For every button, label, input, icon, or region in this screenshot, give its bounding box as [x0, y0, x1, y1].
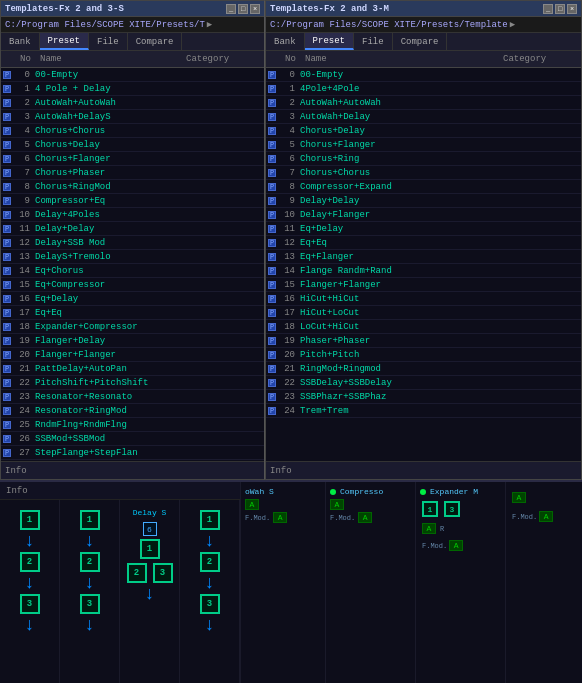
left-table-row[interactable]: P 26 SSBMod+SSBMod	[1, 432, 264, 446]
right-table-row[interactable]: P 15 Flanger+Flanger	[266, 278, 581, 292]
left-row-name-9: Compressor+Eq	[33, 196, 184, 206]
right-row-p-0: P	[268, 71, 276, 79]
left-minimize-btn[interactable]: _	[226, 4, 236, 14]
compresso-a-button[interactable]: A	[330, 499, 344, 510]
left-row-no-13: 13	[13, 252, 33, 262]
right-table-row[interactable]: P 2 AutoWah+AutoWah	[266, 96, 581, 110]
right-path-text: C:/Program Files/SCOPE XITE/Presets/Temp…	[270, 20, 508, 30]
expander-a-button[interactable]: A	[422, 523, 436, 534]
right-table-row[interactable]: P 10 Delay+Flanger	[266, 208, 581, 222]
right-table-row[interactable]: P 11 Eq+Delay	[266, 222, 581, 236]
left-table-row[interactable]: P 21 PattDelay+AutoPan	[1, 362, 264, 376]
left-table-row[interactable]: P 17 Eq+Eq	[1, 306, 264, 320]
right-row-name-21: RingMod+Ringmod	[298, 364, 501, 374]
right-tab-compare[interactable]: Compare	[393, 33, 448, 50]
right-tab-preset[interactable]: Preset	[305, 33, 354, 50]
left-table-row[interactable]: P 15 Eq+Compressor	[1, 278, 264, 292]
left-table-row[interactable]: P 10 Delay+4Poles	[1, 208, 264, 222]
left-table-row[interactable]: P 23 Resonator+Resonato	[1, 390, 264, 404]
right-table-row[interactable]: P 13 Eq+Flanger	[266, 250, 581, 264]
left-table-row[interactable]: P 3 AutoWah+DelayS	[1, 110, 264, 124]
left-close-btn[interactable]: ×	[250, 4, 260, 14]
compresso-a2-button[interactable]: A	[358, 512, 372, 523]
right-table-row[interactable]: P 5 Chorus+Flanger	[266, 138, 581, 152]
right-row-name-7: Chorus+Chorus	[298, 168, 501, 178]
right-table-row[interactable]: P 7 Chorus+Chorus	[266, 166, 581, 180]
right-row-no-17: 17	[278, 308, 298, 318]
spacer-module: A F.Mod. A	[505, 482, 582, 683]
right-close-btn[interactable]: ×	[567, 4, 577, 14]
left-table-row[interactable]: P 11 Delay+Delay	[1, 222, 264, 236]
right-row-p-22: P	[268, 379, 276, 387]
left-maximize-btn[interactable]: □	[238, 4, 248, 14]
right-table-row[interactable]: P 4 Chorus+Delay	[266, 124, 581, 138]
right-tab-bank[interactable]: Bank	[266, 33, 305, 50]
left-tab-bank[interactable]: Bank	[1, 33, 40, 50]
left-table-row[interactable]: P 0 00-Empty	[1, 68, 264, 82]
left-table-row[interactable]: P 20 Flanger+Flanger	[1, 348, 264, 362]
left-table-row[interactable]: P 24 Resonator+RingMod	[1, 404, 264, 418]
right-table-row[interactable]: P 8 Compressor+Expand	[266, 180, 581, 194]
owah-a-button[interactable]: A	[245, 499, 259, 510]
left-row-p-24: P	[3, 407, 11, 415]
right-table-row[interactable]: P 19 Phaser+Phaser	[266, 334, 581, 348]
right-table-row[interactable]: P 14 Flange Randm+Rand	[266, 264, 581, 278]
right-row-no-20: 20	[278, 350, 298, 360]
right-table-row[interactable]: P 0 00-Empty	[266, 68, 581, 82]
right-minimize-btn[interactable]: _	[543, 4, 553, 14]
right-row-no-13: 13	[278, 252, 298, 262]
strip1-signal: 1 ↓ 2 ↓ 3 ↓	[18, 508, 42, 634]
owah-a2-button[interactable]: A	[273, 512, 287, 523]
right-row-name-8: Compressor+Expand	[298, 182, 501, 192]
left-table-row[interactable]: P 5 Chorus+Delay	[1, 138, 264, 152]
left-table-row[interactable]: P 6 Chorus+Flanger	[1, 152, 264, 166]
left-table-row[interactable]: P 14 Eq+Chorus	[1, 264, 264, 278]
left-table-row[interactable]: P 4 Chorus+Chorus	[1, 124, 264, 138]
right-table-row[interactable]: P 9 Delay+Delay	[266, 194, 581, 208]
right-table-row[interactable]: P 23 SSBPhazr+SSBPhaz	[266, 390, 581, 404]
right-table-row[interactable]: P 1 4Pole+4Pole	[266, 82, 581, 96]
right-maximize-btn[interactable]: □	[555, 4, 565, 14]
channel-strip-4: 1 ↓ 2 ↓ 3 ↓	[180, 500, 240, 683]
strip2-box2: 2	[80, 552, 100, 572]
right-table-row[interactable]: P 18 LoCut+HiCut	[266, 320, 581, 334]
left-table-row[interactable]: P 19 Flanger+Delay	[1, 334, 264, 348]
left-table-row[interactable]: P 12 Delay+SSB Mod	[1, 236, 264, 250]
right-row-name-12: Eq+Eq	[298, 238, 501, 248]
right-table-row[interactable]: P 21 RingMod+Ringmod	[266, 362, 581, 376]
left-table-row[interactable]: P 27 StepFlange+StepFlan	[1, 446, 264, 460]
right-tab-file[interactable]: File	[354, 33, 393, 50]
left-table-row[interactable]: P 2 AutoWah+AutoWah	[1, 96, 264, 110]
right-table-row[interactable]: P 20 Pitch+Pitch	[266, 348, 581, 362]
left-row-no-0: 0	[13, 70, 33, 80]
right-table-row[interactable]: P 17 HiCut+LoCut	[266, 306, 581, 320]
right-table-row[interactable]: P 24 Trem+Trem	[266, 404, 581, 418]
left-table-row[interactable]: P 22 PitchShift+PitchShift	[1, 376, 264, 390]
expander-a2-button[interactable]: A	[449, 540, 463, 551]
right-table-row[interactable]: P 6 Chorus+Ring	[266, 152, 581, 166]
right-table-body[interactable]: P 0 00-Empty P 1 4Pole+4Pole P 2 AutoWah…	[266, 68, 581, 461]
left-table-row[interactable]: P 1 4 Pole + Delay	[1, 82, 264, 96]
left-row-no-7: 7	[13, 168, 33, 178]
left-tab-file[interactable]: File	[89, 33, 128, 50]
right-row-indicator-23: P	[266, 393, 278, 401]
left-table-row[interactable]: P 8 Chorus+RingMod	[1, 180, 264, 194]
left-table-row[interactable]: P 25 RndmFlng+RndmFlng	[1, 418, 264, 432]
left-table-row[interactable]: P 7 Chorus+Phaser	[1, 166, 264, 180]
left-row-p-12: P	[3, 239, 11, 247]
right-table-row[interactable]: P 22 SSBDelay+SSBDelay	[266, 376, 581, 390]
left-table-row[interactable]: P 18 Expander+Compressor	[1, 320, 264, 334]
right-row-indicator-4: P	[266, 127, 278, 135]
left-table-row[interactable]: P 13 DelayS+Tremolo	[1, 250, 264, 264]
left-row-no-12: 12	[13, 238, 33, 248]
spacer-a-button[interactable]: A	[512, 492, 526, 503]
left-table-body[interactable]: P 0 00-Empty P 1 4 Pole + Delay P 2 Auto…	[1, 68, 264, 461]
right-table-row[interactable]: P 12 Eq+Eq	[266, 236, 581, 250]
left-tab-preset[interactable]: Preset	[40, 33, 89, 50]
spacer-a2-button[interactable]: A	[539, 511, 553, 522]
left-table-row[interactable]: P 16 Eq+Delay	[1, 292, 264, 306]
left-table-row[interactable]: P 9 Compressor+Eq	[1, 194, 264, 208]
right-table-row[interactable]: P 16 HiCut+HiCut	[266, 292, 581, 306]
right-table-row[interactable]: P 3 AutoWah+Delay	[266, 110, 581, 124]
left-tab-compare[interactable]: Compare	[128, 33, 183, 50]
